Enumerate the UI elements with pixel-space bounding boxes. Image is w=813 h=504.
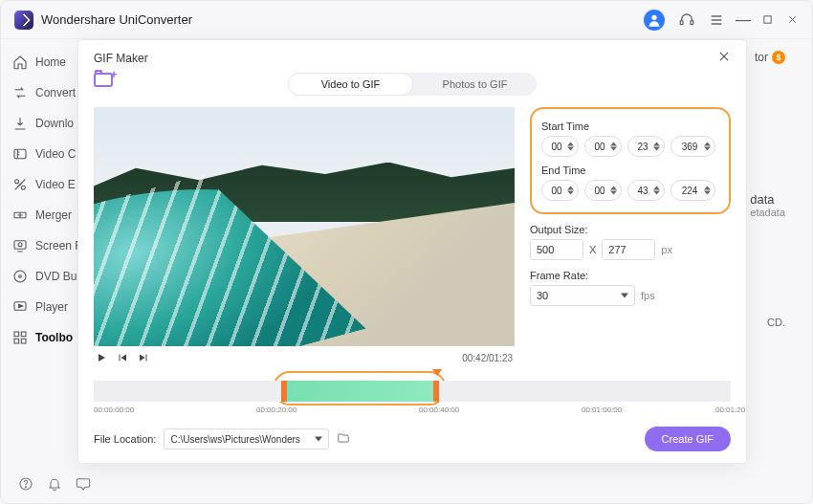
- svg-marker-33: [121, 355, 127, 362]
- svg-point-55: [25, 487, 26, 488]
- output-height-input[interactable]: 277: [602, 239, 655, 260]
- tab-video-to-gif[interactable]: Video to GIF: [288, 73, 413, 96]
- svg-point-22: [19, 275, 22, 278]
- close-window-button[interactable]: [785, 11, 799, 29]
- account-icon[interactable]: [644, 10, 665, 31]
- video-canvas[interactable]: [94, 107, 515, 346]
- end-hours[interactable]: 00: [541, 180, 579, 201]
- svg-rect-25: [14, 332, 19, 337]
- svg-rect-26: [21, 332, 26, 337]
- timeline-selection[interactable]: [281, 381, 439, 402]
- close-icon[interactable]: [717, 50, 731, 67]
- svg-marker-24: [19, 304, 23, 307]
- frame-rate-label: Frame Rate:: [530, 270, 731, 281]
- svg-marker-44: [567, 186, 574, 189]
- play-icon[interactable]: [96, 352, 107, 363]
- sidebar-item-label: Home: [35, 55, 66, 69]
- svg-rect-28: [21, 339, 26, 343]
- tab-photos-to-gif[interactable]: Photos to GIF: [413, 73, 537, 96]
- file-location-label: File Location:: [94, 433, 156, 445]
- end-seconds[interactable]: 43: [627, 180, 665, 201]
- start-ms[interactable]: 369: [670, 136, 715, 157]
- svg-marker-34: [140, 355, 145, 362]
- svg-marker-53: [315, 437, 322, 442]
- end-time-label: End Time: [541, 164, 719, 176]
- svg-marker-36: [567, 142, 574, 145]
- svg-point-21: [14, 271, 26, 282]
- background-data-text: dataetadata: [750, 192, 785, 218]
- playback-time: 00:42/01:23: [462, 353, 513, 363]
- next-frame-icon[interactable]: [138, 352, 149, 363]
- app-logo-icon: [14, 11, 33, 30]
- sidebar-item-label: Toolbo: [35, 331, 73, 344]
- svg-rect-35: [146, 355, 147, 362]
- sidebar-item-label: Video E: [35, 178, 76, 191]
- file-location-select[interactable]: C:\Users\ws\Pictures\Wonders: [164, 428, 329, 449]
- sidebar-item-label: Screen R: [35, 239, 83, 252]
- svg-marker-43: [704, 146, 711, 150]
- svg-marker-37: [567, 146, 574, 150]
- sidebar-item-label: Merger: [35, 208, 72, 222]
- output-width-input[interactable]: 500: [530, 239, 583, 260]
- svg-line-13: [15, 183, 22, 189]
- support-icon[interactable]: [676, 10, 697, 31]
- svg-marker-50: [704, 186, 711, 189]
- feedback-icon[interactable]: [76, 476, 91, 492]
- menu-icon[interactable]: [709, 12, 724, 28]
- start-hours[interactable]: 00: [541, 136, 579, 157]
- svg-point-0: [651, 14, 656, 19]
- svg-marker-39: [610, 146, 617, 150]
- svg-point-11: [21, 186, 25, 189]
- add-media-icon[interactable]: +: [94, 73, 115, 77]
- prev-frame-icon[interactable]: [117, 352, 128, 363]
- sidebar-item-label: Video C: [35, 147, 76, 161]
- background-tor-text: tor$: [755, 51, 785, 64]
- frame-rate-unit: fps: [641, 290, 655, 301]
- video-preview: 00:42/01:23: [94, 107, 515, 369]
- timeline: 00:00:00:00 00:00:20:00 00:00:40:00 00:0…: [94, 375, 731, 421]
- end-ms[interactable]: 224: [670, 180, 715, 201]
- svg-marker-52: [621, 294, 628, 298]
- gif-maker-modal: GIF Maker + Video to GIF Photos to GIF 0…: [77, 39, 747, 464]
- create-gif-button[interactable]: Create GIF: [645, 427, 731, 451]
- time-range-block: Start Time 00 00 23 369 End Time 00 00 4…: [530, 107, 731, 214]
- titlebar: Wondershare UniConverter —: [1, 1, 812, 39]
- playhead-icon[interactable]: [432, 369, 442, 376]
- svg-rect-32: [120, 355, 121, 362]
- sidebar-item-label: Downlo: [35, 117, 74, 130]
- statusbar: [1, 465, 108, 503]
- sidebar-item-label: Convert: [35, 86, 76, 99]
- app-title: Wondershare UniConverter: [41, 12, 192, 27]
- minimize-button[interactable]: —: [736, 11, 749, 29]
- start-seconds[interactable]: 23: [627, 136, 665, 157]
- help-icon[interactable]: [18, 476, 33, 492]
- output-by: X: [589, 244, 596, 255]
- bell-icon[interactable]: [47, 476, 62, 492]
- svg-marker-46: [610, 186, 617, 189]
- svg-marker-38: [610, 142, 617, 145]
- start-minutes[interactable]: 00: [584, 136, 622, 157]
- svg-marker-40: [653, 142, 660, 145]
- mode-toggle: Video to GIF Photos to GIF: [288, 73, 537, 96]
- timeline-ticks: 00:00:00:00 00:00:20:00 00:00:40:00 00:0…: [94, 405, 731, 421]
- timeline-track[interactable]: [94, 381, 731, 402]
- svg-marker-31: [99, 354, 105, 362]
- end-minutes[interactable]: 00: [584, 180, 622, 201]
- output-size-label: Output Size:: [530, 224, 731, 235]
- svg-marker-47: [610, 190, 617, 194]
- modal-title: GIF Maker: [94, 52, 148, 65]
- svg-marker-48: [653, 186, 660, 189]
- svg-marker-42: [704, 142, 711, 145]
- open-folder-icon[interactable]: [337, 431, 350, 447]
- svg-marker-49: [653, 190, 660, 194]
- svg-rect-18: [14, 241, 26, 250]
- svg-point-19: [18, 243, 22, 247]
- start-time-label: Start Time: [541, 121, 719, 132]
- maximize-button[interactable]: [760, 11, 774, 29]
- svg-rect-1: [680, 20, 683, 24]
- output-unit: px: [661, 244, 672, 255]
- svg-rect-6: [763, 15, 770, 22]
- frame-rate-select[interactable]: 30: [530, 285, 635, 306]
- settings-panel: Start Time 00 00 23 369 End Time 00 00 4…: [530, 107, 731, 369]
- background-cd-text: CD.: [767, 317, 785, 328]
